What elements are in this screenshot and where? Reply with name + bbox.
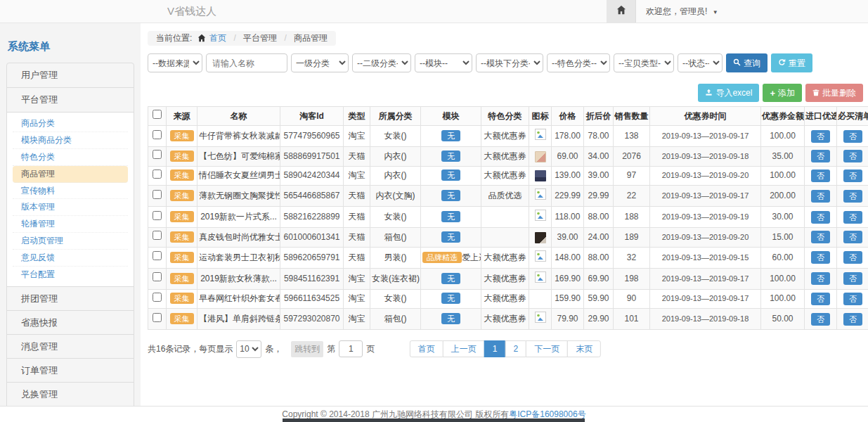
per-page-select[interactable]: 10 bbox=[236, 340, 261, 358]
row-select-cell bbox=[148, 207, 167, 228]
name-search-input[interactable] bbox=[206, 53, 287, 72]
import-optimal-toggle[interactable]: 否 bbox=[811, 251, 830, 264]
must-buy-toggle[interactable]: 否 bbox=[843, 313, 862, 326]
sidebar-item-link[interactable]: 模块商品分类 bbox=[13, 132, 128, 149]
pagination-last[interactable]: 末页 bbox=[567, 340, 601, 357]
source-cell: 采集 bbox=[167, 289, 197, 309]
row-checkbox[interactable] bbox=[153, 150, 162, 159]
filter-select-module[interactable]: --模块-- bbox=[415, 53, 472, 72]
row-checkbox[interactable] bbox=[153, 211, 162, 220]
pagination-page-2[interactable]: 2 bbox=[505, 340, 527, 357]
pagination-page-1[interactable]: 1 bbox=[484, 340, 506, 357]
sidebar-item-link[interactable]: 特色分类 bbox=[13, 149, 128, 166]
row-checkbox[interactable] bbox=[153, 130, 162, 139]
source-badge: 采集 bbox=[170, 231, 194, 243]
must-buy-toggle[interactable]: 否 bbox=[843, 130, 862, 143]
batch-delete-button[interactable]: 批量删除 bbox=[805, 84, 863, 102]
add-button[interactable]: + 添加 bbox=[763, 84, 802, 102]
discount-price-cell: 29.90 bbox=[584, 309, 614, 330]
product-thumbnail bbox=[535, 232, 546, 243]
row-checkbox[interactable] bbox=[153, 272, 162, 281]
must-buy-toggle[interactable]: 否 bbox=[843, 211, 862, 224]
module-cell: 无 bbox=[421, 207, 481, 228]
sidebar-section[interactable]: 省惠快报 bbox=[6, 310, 134, 335]
user-menu[interactable]: 欢迎您，管理员! ▼ bbox=[646, 6, 718, 18]
must-buy-toggle[interactable]: 否 bbox=[843, 272, 862, 285]
broken-image-icon bbox=[535, 213, 546, 223]
type-cell: 天猫 bbox=[344, 186, 370, 207]
row-checkbox[interactable] bbox=[153, 170, 162, 179]
sidebar-item-link[interactable]: 版本管理 bbox=[13, 199, 128, 216]
breadcrumb-item-goods: 商品管理 bbox=[294, 33, 328, 43]
table-row: 采集【港风】单肩斜跨链条...597293020870淘宝箱包()无大额优惠券7… bbox=[148, 309, 868, 330]
coupon-time-cell: 2019-09-13—2019-09-17 bbox=[650, 268, 761, 289]
sidebar-item-goods-manage-active[interactable]: 商品管理 bbox=[13, 166, 128, 183]
taoke-id-cell: 589042420344 bbox=[280, 166, 344, 186]
product-name-cell: 薄款无钢圈文胸聚拢性... bbox=[197, 186, 280, 207]
column-header: 图标 bbox=[529, 107, 552, 126]
source-cell: 采集 bbox=[167, 126, 197, 147]
pagination-next[interactable]: 下一页 bbox=[526, 340, 568, 357]
price-cell: 39.00 bbox=[552, 228, 584, 248]
filter-select-data-source[interactable]: --数据来源-- bbox=[148, 53, 202, 72]
import-optimal-toggle[interactable]: 否 bbox=[811, 150, 830, 162]
row-checkbox[interactable] bbox=[153, 231, 162, 240]
sidebar-item-link[interactable]: 平台配置 bbox=[13, 267, 128, 283]
import-optimal-toggle[interactable]: 否 bbox=[811, 130, 830, 143]
row-checkbox[interactable] bbox=[153, 293, 162, 302]
import-optimal-cell: 否 bbox=[805, 309, 837, 330]
page-number-input[interactable] bbox=[339, 340, 363, 357]
row-checkbox[interactable] bbox=[153, 251, 162, 260]
home-button[interactable] bbox=[607, 0, 636, 23]
sidebar-item-link[interactable]: 宣传物料 bbox=[13, 183, 128, 200]
sidebar-section[interactable]: 消息管理 bbox=[6, 334, 134, 359]
price-cell: 118.00 bbox=[552, 207, 584, 228]
sidebar-item-link[interactable]: 商品分类 bbox=[13, 115, 128, 132]
filter-select-level1-category[interactable]: 一级分类 bbox=[291, 53, 349, 72]
import-optimal-toggle[interactable]: 否 bbox=[811, 231, 830, 243]
filter-select-feature-category[interactable]: --特色分类-- bbox=[547, 53, 610, 72]
row-checkbox[interactable] bbox=[153, 313, 162, 322]
import-optimal-toggle[interactable]: 否 bbox=[811, 190, 830, 203]
filter-select-item-type[interactable]: --宝贝类型-- bbox=[614, 53, 674, 72]
sidebar-section[interactable]: 订单管理 bbox=[6, 358, 134, 383]
row-checkbox[interactable] bbox=[153, 190, 162, 199]
breadcrumb-home-link[interactable]: 首页 bbox=[209, 33, 226, 43]
select-all-checkbox[interactable] bbox=[153, 110, 162, 119]
filter-select-module-subcategory[interactable]: --模块下分类-- bbox=[476, 53, 543, 72]
must-buy-toggle[interactable]: 否 bbox=[843, 150, 862, 162]
filter-select-status[interactable]: --状态-- bbox=[678, 53, 723, 72]
sales-cell: 188 bbox=[614, 207, 650, 228]
icp-link[interactable]: 粤ICP备16098006号 bbox=[509, 409, 585, 419]
import-optimal-toggle[interactable]: 否 bbox=[811, 293, 830, 305]
broken-image-icon bbox=[535, 132, 546, 142]
pagination-prev[interactable]: 上一页 bbox=[443, 340, 485, 357]
pagination-first[interactable]: 首页 bbox=[410, 340, 443, 357]
type-cell: 淘宝 bbox=[344, 289, 370, 309]
sidebar-section-users[interactable]: 用户管理 bbox=[6, 63, 134, 88]
breadcrumb-item-platform: 平台管理 bbox=[243, 33, 277, 43]
sidebar-section[interactable]: 拼团管理 bbox=[6, 286, 134, 311]
filter-select-level2-category[interactable]: --二级分类-- bbox=[352, 53, 411, 72]
search-label: 查询 bbox=[744, 59, 760, 68]
reset-button[interactable]: 重置 bbox=[771, 53, 812, 72]
sidebar-section[interactable]: 兑换管理 bbox=[6, 382, 134, 407]
import-optimal-toggle[interactable]: 否 bbox=[811, 170, 830, 182]
source-badge: 采集 bbox=[170, 170, 194, 181]
import-optimal-toggle[interactable]: 否 bbox=[811, 211, 830, 224]
import-optimal-cell: 否 bbox=[805, 166, 837, 186]
must-buy-toggle[interactable]: 否 bbox=[843, 293, 862, 305]
import-optimal-toggle[interactable]: 否 bbox=[811, 272, 830, 285]
sidebar-item-link[interactable]: 意见反馈 bbox=[13, 250, 128, 267]
import-optimal-toggle[interactable]: 否 bbox=[811, 313, 830, 326]
must-buy-toggle[interactable]: 否 bbox=[843, 170, 862, 182]
must-buy-toggle[interactable]: 否 bbox=[843, 231, 862, 243]
import-excel-button[interactable]: 导入excel bbox=[698, 84, 759, 102]
search-button[interactable]: 查询 bbox=[726, 53, 767, 72]
module-cell: 无 bbox=[421, 289, 481, 309]
sidebar-section-platform[interactable]: 平台管理 bbox=[6, 87, 134, 113]
sidebar-item-link[interactable]: 启动页管理 bbox=[13, 233, 128, 250]
must-buy-toggle[interactable]: 否 bbox=[843, 251, 862, 264]
sidebar-item-link[interactable]: 轮播管理 bbox=[13, 216, 128, 233]
must-buy-toggle[interactable]: 否 bbox=[843, 190, 862, 203]
